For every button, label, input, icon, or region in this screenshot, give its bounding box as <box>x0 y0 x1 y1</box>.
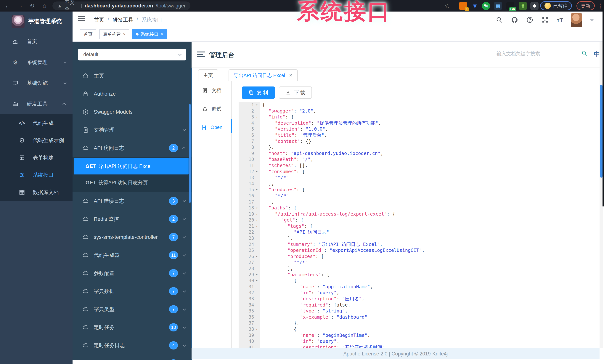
sidebar-subitem-数据库文档[interactable]: 数据库文档 <box>0 184 73 201</box>
sidebar-item-系统管理[interactable]: ⚙系统管理 <box>0 52 73 73</box>
json-editor[interactable]: 1▾{2"swagger": "2.0",3▾"info": {4"descri… <box>239 102 600 348</box>
fold-icon[interactable]: ▾ <box>254 114 260 120</box>
line-number-gutter[interactable]: 36 <box>239 314 260 320</box>
insecure-label[interactable]: 不安全 <box>65 0 78 12</box>
api-group-文档管理[interactable]: 文档管理 <box>73 121 191 139</box>
line-number-gutter[interactable]: 25 <box>239 247 260 253</box>
sidebar-scrollbar[interactable] <box>189 104 191 203</box>
api-group-主页[interactable]: 主页 <box>73 67 191 85</box>
tag-系统接口[interactable]: 系统接口× <box>132 29 167 39</box>
line-number-gutter[interactable]: 9 <box>239 151 260 157</box>
api-group-字典数据[interactable]: 字典数据7 <box>73 282 191 300</box>
extension-icon[interactable]: Gh <box>506 2 514 10</box>
extension-icon[interactable]: ▼ <box>471 2 479 10</box>
line-number-gutter[interactable]: 35 <box>239 308 260 314</box>
line-number-gutter[interactable]: 18▾ <box>239 205 260 211</box>
breadcrumb-item[interactable]: 研发工具 <box>113 16 133 24</box>
tag-首页[interactable]: 首页 <box>80 29 96 39</box>
copy-button[interactable]: 复 制 <box>242 87 275 99</box>
api-group-定时任务日志[interactable]: 定时任务日志4 <box>73 336 191 354</box>
api-group-API 错误日志[interactable]: API 错误日志3 <box>73 192 191 210</box>
line-number-gutter[interactable]: 26▾ <box>239 253 260 260</box>
fullscreen-icon[interactable] <box>541 16 549 24</box>
sidebar-subitem-代码生成示例[interactable]: 代码生成示例 <box>0 132 73 149</box>
close-icon[interactable]: × <box>123 32 126 37</box>
line-number-gutter[interactable]: 21▾ <box>239 223 260 229</box>
sidebar-item-基础设施[interactable]: 基础设施 <box>0 73 73 94</box>
sidebar-item-首页[interactable]: 首页 <box>0 31 73 52</box>
fold-icon[interactable]: ▾ <box>254 217 260 223</box>
page-scrollbar-thumb[interactable] <box>600 85 603 178</box>
fold-icon[interactable]: ▾ <box>254 272 260 278</box>
browser-back-icon[interactable]: ← <box>3 1 12 10</box>
line-number-gutter[interactable]: 13 <box>239 175 260 181</box>
extension-icon[interactable]: 1 <box>459 2 467 10</box>
api-group-Swagger Models[interactable]: Swagger Models <box>73 103 191 121</box>
api-group-API 访问日志[interactable]: API 访问日志2 <box>73 139 191 157</box>
fold-icon[interactable]: ▾ <box>254 102 260 108</box>
api-group-字典类型[interactable]: 字典类型7 <box>73 300 191 318</box>
line-number-gutter[interactable]: 17 <box>239 199 260 205</box>
profile-paused-chip[interactable]: 已暂停 <box>540 1 572 10</box>
line-number-gutter[interactable]: 32 <box>239 290 260 296</box>
sidebar-item-研发工具[interactable]: 研发工具 <box>0 94 73 114</box>
mini-nav-Open[interactable]: Open <box>191 118 231 137</box>
line-number-gutter[interactable]: 34 <box>239 302 260 308</box>
api-group-Authorize[interactable]: Authorize <box>73 85 191 103</box>
line-number-gutter[interactable]: 40 <box>239 338 260 344</box>
doc-search-icon[interactable] <box>581 50 588 57</box>
breadcrumb-item[interactable]: 首页 <box>94 16 104 24</box>
api-group-参数配置[interactable]: 参数配置7 <box>73 264 191 282</box>
line-number-gutter[interactable]: 4 <box>239 120 260 126</box>
line-number-gutter[interactable]: 39 <box>239 332 260 339</box>
fold-icon[interactable]: ▾ <box>254 211 260 217</box>
language-icon[interactable]: 中 <box>594 50 600 58</box>
fold-icon[interactable]: ▾ <box>254 278 260 284</box>
line-number-gutter[interactable]: 11 <box>239 163 260 169</box>
api-group-岗位[interactable]: 岗位6 <box>73 354 191 360</box>
extension-icon[interactable]: ✱ <box>530 2 539 10</box>
browser-reload-icon[interactable]: ↻ <box>28 1 37 10</box>
search-icon[interactable] <box>496 16 503 24</box>
api-group-代码生成器[interactable]: 代码生成器11 <box>73 246 191 264</box>
chevron-down-icon[interactable] <box>590 19 594 21</box>
api-endpoint-导出API 访问日志 Excel[interactable]: GET导出API 访问日志 Excel <box>74 158 189 175</box>
fold-icon[interactable]: ▾ <box>254 326 260 332</box>
extension-icon[interactable]: ♕ <box>519 2 527 10</box>
api-group-定时任务[interactable]: 定时任务10 <box>73 318 191 336</box>
line-number-gutter[interactable]: 5 <box>239 126 260 132</box>
close-icon[interactable]: ✕ <box>289 73 292 78</box>
group-select[interactable]: default <box>78 49 186 61</box>
help-icon[interactable] <box>526 16 533 24</box>
extension-icon[interactable]: % <box>482 2 490 10</box>
line-number-gutter[interactable]: 14 <box>239 181 260 187</box>
line-number-gutter[interactable]: 22 <box>239 229 260 235</box>
browser-home-icon[interactable]: ⌂ <box>40 1 49 10</box>
line-number-gutter[interactable]: 31 <box>239 284 260 290</box>
download-button[interactable]: 下 载 <box>279 87 312 99</box>
close-icon[interactable]: × <box>161 32 163 37</box>
line-number-gutter[interactable]: 33 <box>239 296 260 302</box>
line-number-gutter[interactable]: 6 <box>239 132 260 138</box>
line-number-gutter[interactable]: 7 <box>239 138 260 145</box>
line-number-gutter[interactable]: 16 <box>239 193 260 199</box>
api-endpoint-获得API 访问日志分页[interactable]: GET获得API 访问日志分页 <box>74 175 189 191</box>
mini-nav-文档[interactable]: 文档 <box>191 81 231 100</box>
line-number-gutter[interactable]: 20▾ <box>239 217 260 223</box>
fold-icon[interactable]: ▾ <box>254 205 260 211</box>
line-number-gutter[interactable]: 24 <box>239 241 260 248</box>
line-number-gutter[interactable]: 19▾ <box>239 211 260 217</box>
avatar[interactable] <box>571 13 582 27</box>
api-group-Redis 监控[interactable]: Redis 监控2 <box>73 210 191 228</box>
app-logo[interactable]: 芋道管理系统 <box>0 12 73 31</box>
line-number-gutter[interactable]: 37 <box>239 320 260 326</box>
doc-search-input[interactable] <box>496 49 578 58</box>
bookmark-star-icon[interactable]: ☆ <box>443 1 452 10</box>
line-number-gutter[interactable]: 3▾ <box>239 114 260 120</box>
line-number-gutter[interactable]: 2 <box>239 108 260 114</box>
tag-表单构建[interactable]: 表单构建× <box>99 29 129 39</box>
fold-icon[interactable]: ▾ <box>254 187 260 193</box>
browser-update-button[interactable]: 更新 <box>577 1 595 10</box>
fold-icon[interactable]: ▾ <box>254 169 260 175</box>
browser-forward-icon[interactable]: → <box>16 1 24 10</box>
